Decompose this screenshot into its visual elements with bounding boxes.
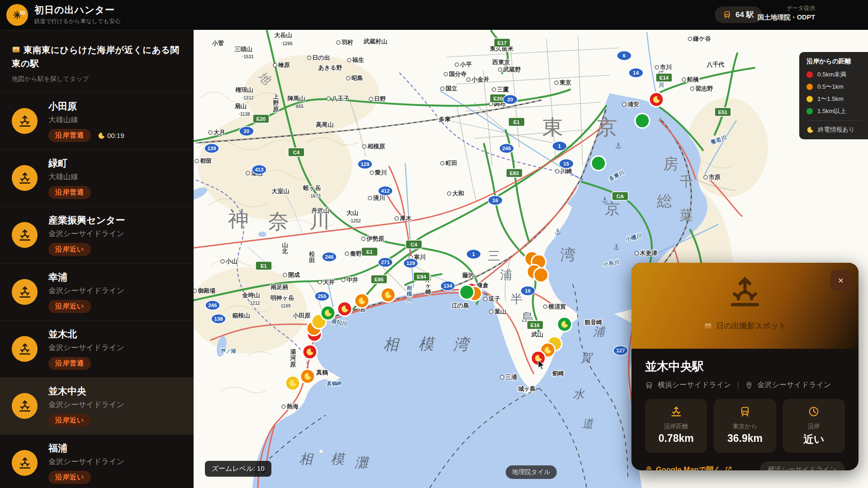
station-list-item[interactable]: 産業振興センター金沢シーサイドライン沿岸近い <box>0 207 194 264</box>
svg-text:権現山: 権現山 <box>235 86 253 93</box>
google-map-link[interactable]: Google Mapで開く <box>645 465 732 471</box>
svg-text:浦安: 浦安 <box>627 101 639 108</box>
station-count: 64 駅 <box>735 9 754 20</box>
sidebar: 東南東にひらけた海岸が近くにある関東の駅 地図から駅を探してタップ 小田原大雄山… <box>0 30 194 488</box>
station-marker[interactable] <box>303 345 317 359</box>
svg-text:·1531: ·1531 <box>242 54 254 59</box>
svg-text:E85: E85 <box>375 277 384 282</box>
svg-text:相模川: 相模川 <box>406 285 413 303</box>
moon-icon <box>806 126 814 133</box>
close-button[interactable]: × <box>830 270 851 291</box>
svg-text:葉: 葉 <box>679 208 694 223</box>
app-window: 00 初日の出ハンター 鉄道で行けるから車なしでも安心 64 駅 データ提供 国… <box>0 0 868 488</box>
station-marker[interactable] <box>337 302 352 316</box>
station-marker[interactable] <box>381 288 395 302</box>
svg-text:習志野: 習志野 <box>695 85 713 92</box>
station-marker[interactable] <box>460 285 474 299</box>
svg-text:·1169: ·1169 <box>279 303 290 308</box>
data-credit: データ提供 国土地理院・ODPT <box>758 4 815 23</box>
svg-text:小田原: 小田原 <box>293 312 311 319</box>
popup-stats: 沿岸距離0.78km東京から36.9km沿岸近い <box>645 399 845 453</box>
station-list-item[interactable]: 緑町大雄山線沿岸普通 <box>0 150 194 207</box>
svg-text:檜原: 檜原 <box>278 62 290 68</box>
page-title: 初日の出ハンター <box>34 4 120 16</box>
stat-label: 沿岸距離 <box>649 422 703 431</box>
station-marker[interactable] <box>321 306 335 320</box>
svg-text:模: 模 <box>418 336 436 352</box>
legend-item: 1〜1.5km <box>806 95 862 103</box>
svg-text:E1: E1 <box>513 119 520 125</box>
sunrise-photo-icon <box>12 45 20 54</box>
svg-text:秦野: 秦野 <box>350 250 362 257</box>
sunrise-icon <box>12 336 38 362</box>
svg-text:松田: 松田 <box>309 251 316 264</box>
svg-text:小平: 小平 <box>460 61 472 68</box>
svg-text:日野: 日野 <box>374 95 386 102</box>
svg-text:大山: 大山 <box>346 209 358 216</box>
coast-badge: 沿岸近い <box>48 471 91 484</box>
station-count-pill[interactable]: 64 駅 <box>715 6 762 23</box>
svg-text:E51: E51 <box>718 109 728 115</box>
map-attribution[interactable]: 地理院タイル <box>506 465 557 479</box>
station-marker[interactable] <box>557 317 572 332</box>
svg-text:蛭ヶ岳: 蛭ヶ岳 <box>303 185 321 191</box>
svg-text:京: 京 <box>597 115 618 139</box>
svg-text:愛川: 愛川 <box>375 169 387 176</box>
svg-text:大室山: 大室山 <box>272 188 289 194</box>
station-marker[interactable] <box>591 156 606 171</box>
svg-text:134: 134 <box>443 283 452 289</box>
station-marker[interactable] <box>649 92 664 107</box>
station-name: 福浦 <box>48 442 124 455</box>
station-name: 並木中央 <box>48 385 124 398</box>
svg-text:138: 138 <box>214 316 223 322</box>
station-marker[interactable] <box>285 376 300 390</box>
svg-text:·1312: ·1312 <box>242 95 254 100</box>
train-icon <box>739 406 751 417</box>
station-list-item[interactable]: 幸浦金沢シーサイドライン沿岸近い <box>0 264 194 321</box>
app-header: 00 初日の出ハンター 鉄道で行けるから車なしでも安心 64 駅 データ提供 国… <box>0 0 868 30</box>
legend-item: 1.5km以上 <box>806 107 862 115</box>
svg-text:開成: 開成 <box>288 271 300 278</box>
svg-text:陣馬山: 陣馬山 <box>288 95 305 102</box>
svg-text:賀: 賀 <box>581 351 594 364</box>
svg-text:浦: 浦 <box>500 268 513 282</box>
station-marker[interactable] <box>355 294 369 308</box>
station-marker[interactable] <box>635 114 650 128</box>
svg-text:C4: C4 <box>293 150 300 155</box>
sunrise-icon <box>12 108 38 134</box>
svg-text:139: 139 <box>207 146 216 151</box>
svg-text:武蔵村山: 武蔵村山 <box>363 38 387 45</box>
legend-title: 沿岸からの距離 <box>806 57 862 66</box>
coast-badge: 沿岸近い <box>48 243 91 256</box>
svg-text:小山: 小山 <box>225 258 237 265</box>
svg-text:水: 水 <box>573 388 585 400</box>
svg-text:房: 房 <box>663 155 679 172</box>
station-name: 幸浦 <box>48 271 124 284</box>
svg-text:御殿場: 御殿場 <box>198 287 216 294</box>
svg-text:山北: 山北 <box>282 242 288 255</box>
svg-text:総: 総 <box>656 192 673 209</box>
station-name: 並木北 <box>48 328 124 341</box>
svg-text:三鷹: 三鷹 <box>497 86 509 93</box>
station-list-item[interactable]: 並木中央金沢シーサイドライン沿岸近い <box>0 378 194 435</box>
station-list-item[interactable]: 並木北金沢シーサイドライン沿岸普通 <box>0 321 194 378</box>
title-block: 初日の出ハンター 鉄道で行けるから車なしでも安心 <box>34 4 120 25</box>
station-marker[interactable] <box>534 268 548 282</box>
credit-label: データ提供 <box>758 4 815 13</box>
legend-dot <box>806 71 813 78</box>
stat-label: 東京から <box>717 422 772 431</box>
svg-text:武山: 武山 <box>531 331 543 338</box>
svg-text:八千代: 八千代 <box>707 61 725 68</box>
sunrise-icon <box>727 275 763 310</box>
svg-text:町田: 町田 <box>446 160 457 166</box>
svg-text:福生: 福生 <box>352 57 364 63</box>
legend-dot <box>806 108 813 114</box>
svg-text:日の出: 日の出 <box>312 54 330 61</box>
station-marker[interactable] <box>300 369 315 384</box>
svg-text:·1138: ·1138 <box>238 112 250 117</box>
station-list-item[interactable]: 福浦金沢シーサイドライン沿岸近い <box>0 435 194 488</box>
station-list-item[interactable]: 小田原大雄山線沿岸普通00:19 <box>0 93 194 150</box>
stat-box: 沿岸近い <box>783 399 845 453</box>
sunrise-icon <box>670 406 682 417</box>
pin-icon <box>645 466 653 470</box>
